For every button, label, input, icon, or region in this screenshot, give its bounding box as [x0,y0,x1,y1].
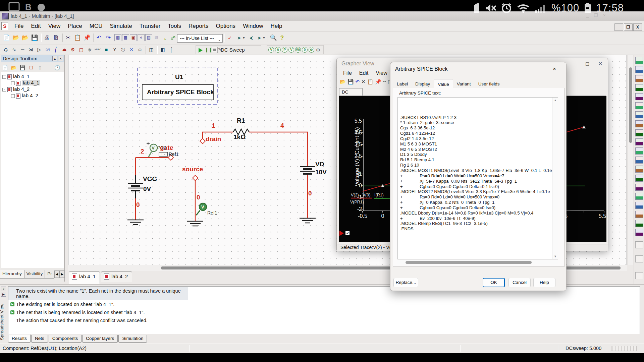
spice-text-area[interactable]: .SUBCKT BS107A/PLP 1 2 3* 1=drain 2=gate… [397,97,558,259]
spreadsheet-tab[interactable]: Nets [31,335,48,343]
place-basic-button[interactable]: ∿ [10,46,18,53]
wattmeter-icon[interactable] [635,75,643,82]
probe-settings-button[interactable]: ⚙ [309,47,314,53]
cancel-button[interactable]: Cancel [508,278,531,287]
print-button[interactable]: 🖨 [42,34,51,42]
grapher-tab-dcsweep[interactable]: DC Sweep [339,88,363,96]
grapher-copy-icon[interactable]: 📋 [367,79,374,87]
logic-analyzer-icon[interactable] [635,138,643,145]
toggle-border-button[interactable]: ▩ [122,34,129,41]
agilent-function-generator-icon[interactable] [635,184,643,191]
tab-hierarchy[interactable]: Hierarchy [0,270,24,279]
place-cmos-button[interactable]: ⎛ [52,46,60,53]
menu-item[interactable]: View [45,21,64,31]
place-ttl-button[interactable]: ⎚ [44,46,51,53]
spreadsheet-tab[interactable]: Copper layers [82,335,118,343]
mdi-close-button[interactable]: X [633,23,642,31]
grapher-delete-icon[interactable]: ✕ [361,79,366,87]
tree-row[interactable]: -lab 4_1 [1,73,64,79]
menu-item[interactable]: File [11,21,27,31]
schematic-label[interactable]: R1 [237,117,245,124]
oscilloscope-icon[interactable] [635,84,643,91]
result-message-row[interactable]: ▶ Two nets exist with the name "1". Each… [8,287,188,300]
iv-analyzer-icon[interactable] [635,147,643,155]
grapher-close-button[interactable]: ✕ [598,61,602,67]
schematic-label[interactable]: Arbitrary SPICE Block [147,88,214,96]
spice-hscrollbar[interactable] [397,260,558,264]
tab-scroll-left[interactable]: ◀ [54,270,60,278]
replace-button[interactable]: Replace... [393,278,418,287]
schematic-label[interactable]: 0 [197,194,200,201]
arbitrary-spice-block-dialog[interactable]: Arbitrary SPICE Block × LabelDisplayValu… [390,62,567,291]
grapher-save-icon[interactable]: 💾 [347,79,354,87]
tab-scroll-right[interactable]: ▶ [59,270,65,278]
current-clamp-icon[interactable] [635,229,643,236]
toggle-grid-button[interactable]: ▦ [114,34,121,41]
spreadsheet-tab[interactable]: Components [49,335,82,343]
result-message-row[interactable]: ▶ The existing net is located on sheet "… [8,301,640,308]
erc-check-button[interactable]: ✓ [225,34,234,42]
schematic-label[interactable]: 2 [141,148,144,155]
schematic-label[interactable]: source [182,166,203,173]
dialog-tab[interactable]: Display [412,80,434,88]
place-indicator-button[interactable]: ▢ [77,46,85,53]
ok-button[interactable]: OK [483,278,505,287]
print-preview-button[interactable]: 🖹 [52,34,60,42]
place-diode-button[interactable]: ⎓ [19,46,26,53]
dialog-close-button[interactable]: × [553,66,556,72]
save-button[interactable]: 💾 [30,34,39,42]
design-toolbox-pin-button[interactable]: ▴ [52,56,57,61]
find-button[interactable]: 🔍 [269,34,278,42]
mdi-window-controls[interactable]: _ ❐ X [614,23,642,31]
place-ni-button[interactable]: ✕ [128,46,135,53]
place-hierarchical-button[interactable]: ◧ [159,46,166,53]
tektronix-oscilloscope-icon[interactable] [635,211,643,218]
diff-voltage-probe-button[interactable]: V [288,47,294,53]
schematic-label[interactable]: VGG [143,175,157,183]
grapher-paste-icon[interactable]: 📌 [375,79,381,87]
schematic-label[interactable]: VD [315,161,324,168]
mdi-minimize-button[interactable]: _ [614,23,623,31]
menu-item[interactable]: Place [64,21,86,31]
annotate2-dropdown[interactable]: ▼ [262,34,266,42]
dt-open-icon[interactable]: 📂 [10,64,17,71]
toggle-page-bounds-button[interactable]: ▣ [130,34,137,41]
place-power-button[interactable]: ⎈ [86,46,93,53]
grapher-cursor-icon[interactable]: ╌ [383,79,386,87]
dt-save-icon[interactable]: 💾 [19,64,26,71]
word-generator-icon[interactable] [635,120,643,127]
grapher-menu-item[interactable]: Edit [356,69,372,77]
pause-simulation-button[interactable]: ❙❙ [205,47,212,52]
current-probe-button[interactable]: A [275,47,281,53]
place-misc-digital-button[interactable]: ⏏ [61,46,68,53]
menu-item[interactable]: Tools [164,21,185,31]
menu-item[interactable]: Transfer [136,21,164,31]
distortion-analyzer-icon[interactable] [635,157,643,164]
open-file-button[interactable]: 📂 [11,34,20,42]
legend-checkbox-1[interactable]: ✓ [345,231,350,235]
place-transistor-button[interactable]: ⋊ [27,46,35,53]
toggle-ruler-button[interactable]: √ [138,34,145,41]
frequency-counter-icon[interactable] [635,111,643,118]
dt-clock-doc-icon[interactable]: 🕑 [54,64,61,71]
grapher-menu-item[interactable]: File [340,69,355,77]
tree-row[interactable]: -lab 4_2 [1,86,64,92]
dt-new-icon[interactable]: 📄 [1,64,9,71]
dialog-tab[interactable]: Label [393,80,412,88]
multimeter-icon[interactable] [635,57,643,64]
spreadsheet-tab[interactable]: Simulation [118,335,147,343]
mdi-restore-button[interactable]: ❐ [624,23,633,31]
menu-item[interactable]: Options [212,21,239,31]
menu-item[interactable]: Edit [27,21,44,31]
play-button[interactable] [635,241,643,248]
grapher-open-icon[interactable]: 📂 [339,79,346,87]
spreadsheet-close-button[interactable]: x [1,287,6,291]
power-probe-button[interactable]: P [282,47,287,53]
stop-simulation-button[interactable] [212,47,218,53]
paste-button[interactable]: 📌 [83,34,91,42]
virtual-wire-button[interactable]: ⌞ [162,34,169,42]
dialog-tab[interactable]: Value [434,79,453,88]
forward-annotate-dropdown[interactable]: ▼ [242,34,246,42]
open-sample-button[interactable]: 📂 [21,34,30,42]
tab-project-view[interactable]: Pr [45,270,54,279]
